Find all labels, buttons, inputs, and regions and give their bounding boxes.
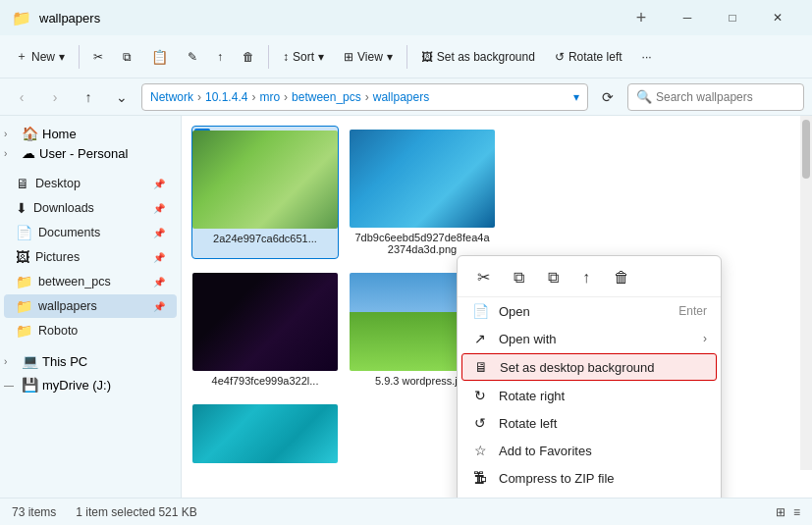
ctx-compress-item[interactable]: 🗜 Compress to ZIP file — [458, 464, 721, 492]
selected-info: 1 item selected 521 KB — [76, 505, 196, 519]
search-box[interactable]: 🔍 — [627, 83, 804, 111]
sidebar-item-wallpapers[interactable]: 📁 wallpapers 📌 — [4, 294, 177, 318]
new-tab-button[interactable]: + — [625, 0, 657, 35]
rotate-left-label: Rotate left — [568, 50, 623, 64]
ctx-rotate-left-icon: ↺ — [471, 415, 489, 431]
search-input[interactable] — [656, 90, 795, 104]
pictures-pin-icon: 📌 — [153, 252, 165, 263]
pictures-icon: 🖼 — [16, 249, 29, 265]
file-grid: ✓ 2a24e997ca6dc651... 7db9c6eebd5d927de8… — [182, 116, 812, 269]
breadcrumb-mro[interactable]: mro — [259, 90, 280, 104]
roboto-icon: 📁 — [16, 323, 32, 339]
share-button[interactable]: ↑ — [209, 46, 231, 68]
toolbar: ＋ New ▾ ✂ ⧉ 📋 ✎ ↑ 🗑 ↕ Sort ▾ ⊞ View ▾ 🖼 … — [0, 35, 812, 79]
search-icon: 🔍 — [636, 89, 652, 104]
breadcrumb-between-pcs[interactable]: between_pcs — [292, 90, 361, 104]
sidebar-group-personal[interactable]: › ☁ User - Personal — [0, 143, 181, 163]
ctx-open-icon: 📄 — [471, 303, 489, 319]
recent-button[interactable]: ⌄ — [108, 83, 135, 111]
breadcrumb-wallpapers[interactable]: wallpapers — [373, 90, 429, 104]
file-name: 5.9.3 wordpress.jpg — [375, 375, 469, 387]
rotate-left-button[interactable]: ↺ Rotate left — [547, 46, 630, 68]
sidebar-downloads-label: Downloads — [33, 201, 94, 215]
ctx-share-button[interactable]: ↑ — [578, 267, 594, 289]
cut-icon: ✂ — [93, 50, 103, 64]
list-item[interactable]: ✓ 2a24e997ca6dc651... — [191, 126, 339, 259]
list-item[interactable]: 4e4f793fce999a322l... — [191, 269, 339, 391]
sidebar-group-mydrive[interactable]: — 💾 myDrive (J:) — [0, 375, 181, 394]
sidebar-item-desktop[interactable]: 🖥 Desktop 📌 — [4, 172, 177, 195]
ctx-compress-icon: 🗜 — [471, 470, 489, 486]
ctx-copy-button[interactable]: ⧉ — [510, 267, 528, 289]
toolbar-separator-3 — [406, 45, 407, 69]
ctx-open-with-icon: ↗ — [471, 331, 489, 346]
new-button[interactable]: ＋ New ▾ — [8, 44, 73, 69]
maximize-button[interactable]: □ — [710, 0, 755, 35]
cut-button[interactable]: ✂ — [85, 46, 111, 68]
file-name: 7db9c6eebd5d927de8fea4a2374da3d.png — [352, 232, 492, 255]
ctx-copy-path-item[interactable]: 🔗 Copy as path Ctrl+Shift+C — [458, 492, 721, 498]
toolbar-separator-2 — [268, 45, 269, 69]
view-dropdown-icon: ▾ — [387, 50, 393, 64]
more-button[interactable]: ··· — [634, 46, 660, 68]
wallpapers-icon: 📁 — [16, 298, 32, 314]
thumbnail — [192, 131, 338, 229]
ctx-delete-button[interactable]: 🗑 — [610, 267, 633, 289]
view-button[interactable]: ⊞ View ▾ — [336, 46, 401, 68]
mydrive-expand-icon: — — [4, 380, 18, 391]
sort-button[interactable]: ↕ Sort ▾ — [275, 46, 332, 68]
list-view-icon[interactable]: ≡ — [793, 505, 800, 519]
up-button[interactable]: ↑ — [75, 83, 102, 111]
sidebar-item-roboto[interactable]: 📁 Roboto — [4, 319, 177, 342]
minimize-button[interactable]: ─ — [665, 0, 710, 35]
between-pcs-icon: 📁 — [16, 274, 32, 289]
paste-button[interactable]: 📋 — [143, 45, 176, 69]
wallpapers-pin-icon: 📌 — [153, 301, 165, 312]
sidebar-item-between-pcs[interactable]: 📁 between_pcs 📌 — [4, 270, 177, 293]
ctx-open-with-item[interactable]: ↗ Open with › — [458, 325, 721, 352]
ctx-copy2-button[interactable]: ⧉ — [544, 267, 563, 289]
scrollbar-thumb[interactable] — [802, 120, 810, 179]
rename-icon: ✎ — [188, 50, 197, 64]
list-item[interactable] — [191, 400, 339, 467]
close-button[interactable]: ✕ — [755, 0, 800, 35]
forward-button[interactable]: › — [41, 83, 69, 111]
sidebar-item-this-pc: This PC — [42, 354, 87, 369]
mydrive-icon: 💾 — [22, 377, 38, 393]
breadcrumb-network[interactable]: Network — [150, 90, 193, 104]
sidebar-group-home[interactable]: › 🏠 Home — [0, 124, 181, 143]
ctx-rotate-right-icon: ↻ — [471, 388, 489, 403]
sidebar-item-pictures[interactable]: 🖼 Pictures 📌 — [4, 245, 177, 269]
ctx-set-bg-icon: 🖥 — [472, 359, 490, 375]
ctx-set-desktop-bg-item[interactable]: 🖥 Set as desktop background — [461, 353, 717, 381]
back-button[interactable]: ‹ — [8, 83, 35, 111]
scrollbar[interactable] — [800, 116, 812, 470]
rename-button[interactable]: ✎ — [180, 46, 205, 68]
delete-button[interactable]: 🗑 — [235, 46, 262, 68]
ctx-open-item[interactable]: 📄 Open Enter — [458, 297, 721, 325]
breadcrumb-dropdown[interactable]: ▾ — [573, 90, 579, 104]
downloads-icon: ⬇ — [16, 200, 27, 216]
sidebar-item-downloads[interactable]: ⬇ Downloads 📌 — [4, 196, 177, 220]
sidebar-group-this-pc[interactable]: › 💻 This PC — [0, 351, 181, 371]
view-icon: ⊞ — [344, 50, 353, 64]
set-background-button[interactable]: 🖼 Set as background — [413, 46, 543, 68]
sort-icon: ↕ — [283, 50, 289, 64]
refresh-button[interactable]: ⟳ — [594, 83, 622, 111]
ctx-rotate-left-item[interactable]: ↺ Rotate left — [458, 409, 721, 437]
list-item[interactable]: 7db9c6eebd5d927de8fea4a2374da3d.png — [349, 126, 496, 259]
breadcrumb-ip[interactable]: 10.1.4.4 — [205, 90, 247, 104]
sort-label: Sort — [293, 50, 314, 64]
context-menu: ✂ ⧉ ⧉ ↑ 🗑 📄 Open Enter ↗ Open with › 🖥 — [457, 255, 722, 498]
ctx-set-desktop-bg-label: Set as desktop background — [500, 360, 655, 375]
grid-view-icon[interactable]: ⊞ — [776, 505, 785, 519]
ctx-cut-button[interactable]: ✂ — [473, 266, 494, 289]
copy-button[interactable]: ⧉ — [115, 46, 139, 68]
ctx-rotate-right-item[interactable]: ↻ Rotate right — [458, 382, 721, 409]
breadcrumb[interactable]: Network › 10.1.4.4 › mro › between_pcs ›… — [141, 83, 588, 111]
sidebar-documents-label: Documents — [38, 226, 100, 239]
ctx-add-favorites-item[interactable]: ☆ Add to Favorites — [458, 437, 721, 464]
copy-icon: ⧉ — [123, 50, 132, 64]
set-bg-icon: 🖼 — [421, 50, 433, 64]
sidebar-item-documents[interactable]: 📄 Documents 📌 — [4, 221, 177, 244]
